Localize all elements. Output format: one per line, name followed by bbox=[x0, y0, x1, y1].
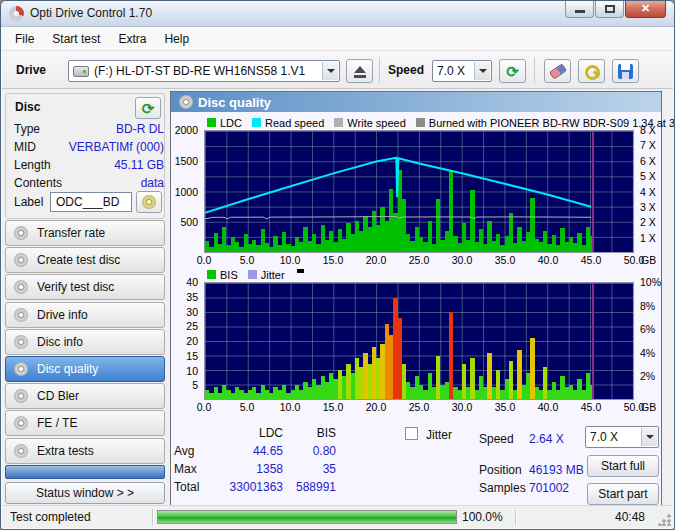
test-speed-arrow[interactable] bbox=[641, 428, 657, 446]
close-button[interactable]: ✕ bbox=[625, 1, 666, 18]
disc-length-value: 45.11 GB bbox=[114, 158, 164, 172]
jitter-checkbox[interactable] bbox=[405, 427, 418, 440]
status-bar: Test completed 100.0% 40:48 bbox=[2, 505, 673, 528]
disc-label-label: Label bbox=[14, 195, 43, 209]
sidebar-item-disc-quality[interactable]: Disc quality bbox=[5, 356, 165, 382]
x-tick-label: 30.0 bbox=[452, 254, 472, 266]
title-bar[interactable]: Opti Drive Control 1.70 ✕ bbox=[1, 1, 674, 27]
maximize-button[interactable] bbox=[595, 1, 624, 18]
test-speed-select[interactable]: 7.0 X bbox=[585, 426, 659, 448]
sidebar-item-fe-te[interactable]: FE / TE bbox=[5, 410, 165, 436]
bis-jitter-chart: BISJitter 403530252015105 10%8%6%4%2% 0.… bbox=[171, 268, 661, 413]
sidebar-collapsed-strip[interactable] bbox=[5, 465, 165, 479]
status-window-button[interactable]: Status window > > bbox=[5, 482, 165, 504]
y-tick-label: 15 bbox=[186, 350, 198, 362]
menu-extra[interactable]: Extra bbox=[109, 28, 155, 50]
chart1-plot bbox=[204, 130, 634, 253]
y-tick-label: 4 X bbox=[640, 186, 656, 198]
legend-item: Burned with PIONEER BD-RW BDR-S09 1.34 a… bbox=[416, 117, 675, 129]
total-ldc-value: 33001363 bbox=[213, 480, 283, 494]
minimize-button[interactable] bbox=[565, 1, 594, 18]
drive-select[interactable]: (F:) HL-DT-ST BD-RE WH16NS58 1.V1 bbox=[68, 60, 340, 82]
y-tick-label: 2 X bbox=[640, 216, 656, 228]
save-button[interactable] bbox=[612, 59, 639, 83]
speed-select[interactable]: 7.0 X bbox=[432, 60, 492, 82]
disc-refresh-button[interactable]: ⟳ bbox=[135, 97, 161, 119]
window-title: Opti Drive Control 1.70 bbox=[30, 6, 152, 20]
y-tick-label: 4% bbox=[640, 347, 655, 359]
chart1-legend: LDCRead speedWrite speedBurned with PION… bbox=[207, 116, 675, 129]
legend-swatch bbox=[207, 118, 216, 127]
disc-quality-icon bbox=[179, 95, 193, 109]
ldc-column-header: LDC bbox=[213, 426, 283, 440]
y-tick-label: 6 X bbox=[640, 155, 656, 167]
save-icon bbox=[618, 64, 633, 79]
legend-item: Write speed bbox=[334, 117, 406, 129]
jitter-checkbox-label: Jitter bbox=[426, 428, 452, 442]
elapsed-time: 40:48 bbox=[615, 510, 645, 524]
x-tick-label: 45.0 bbox=[581, 254, 601, 266]
x-tick-label: 10.0 bbox=[280, 401, 300, 413]
max-row-label: Max bbox=[174, 462, 197, 476]
sidebar-item-verify-test-disc[interactable]: Verify test disc bbox=[5, 274, 165, 300]
start-part-button[interactable]: Start part bbox=[587, 483, 659, 505]
max-ldc-value: 1358 bbox=[213, 462, 283, 476]
disc-panel: Disc ⟳ Type BD-R DL MID VERBATIMf (000) … bbox=[5, 93, 165, 219]
sidebar-item-label: CD Bler bbox=[37, 389, 79, 403]
legend-item: BIS bbox=[207, 269, 238, 281]
sidebar-item-cd-bler[interactable]: CD Bler bbox=[5, 383, 165, 409]
sidebar-item-drive-info[interactable]: Drive info bbox=[5, 302, 165, 328]
chart2-plot bbox=[204, 282, 634, 400]
speed-select-arrow[interactable] bbox=[474, 62, 490, 80]
chart1-right-axis: 8 X7 X6 X5 X4 X3 X2 X1 X bbox=[637, 130, 661, 253]
x-axis-unit: GB bbox=[641, 401, 656, 413]
start-full-button[interactable]: Start full bbox=[587, 455, 659, 477]
sidebar-item-transfer-rate[interactable]: Transfer rate bbox=[5, 220, 165, 246]
resize-grip[interactable] bbox=[658, 513, 671, 526]
menu-help[interactable]: Help bbox=[155, 28, 198, 50]
legend-swatch bbox=[252, 118, 261, 127]
disc-label-button[interactable] bbox=[136, 191, 162, 213]
menu-file[interactable]: File bbox=[6, 28, 43, 50]
sidebar-item-label: Verify test disc bbox=[37, 280, 114, 294]
y-tick-label: 35 bbox=[186, 291, 198, 303]
y-tick-label: 500 bbox=[180, 216, 198, 228]
y-tick-label: 10 bbox=[186, 365, 198, 377]
avg-bis-value: 0.80 bbox=[276, 444, 336, 458]
position-value: 46193 MB bbox=[529, 463, 584, 477]
disc-label-input[interactable]: ODC___BD bbox=[50, 192, 132, 212]
menu-start-test[interactable]: Start test bbox=[43, 28, 109, 50]
x-tick-label: 5.0 bbox=[240, 401, 255, 413]
erase-disc-button[interactable] bbox=[544, 59, 571, 83]
sidebar-item-disc-info[interactable]: Disc info bbox=[5, 329, 165, 355]
legend-swatch bbox=[334, 118, 343, 127]
disc-length-row: Length 45.11 GB bbox=[14, 158, 164, 174]
drive-icon bbox=[73, 66, 89, 77]
cd-icon bbox=[142, 195, 156, 209]
sidebar-item-extra-tests[interactable]: Extra tests bbox=[5, 438, 165, 464]
x-tick-label: 40.0 bbox=[538, 401, 558, 413]
chart2-end-marker bbox=[592, 283, 594, 399]
drive-select-arrow[interactable] bbox=[322, 62, 338, 80]
eject-button[interactable] bbox=[346, 59, 373, 83]
y-tick-label: 8% bbox=[640, 300, 655, 312]
license-button[interactable] bbox=[578, 59, 605, 83]
refresh-button[interactable]: ⟳ bbox=[499, 59, 526, 83]
y-tick-label: 10% bbox=[640, 276, 661, 288]
bis-column-header: BIS bbox=[276, 426, 336, 440]
sidebar-item-create-test-disc[interactable]: Create test disc bbox=[5, 247, 165, 273]
cd-icon bbox=[14, 444, 28, 458]
x-tick-label: 40.0 bbox=[538, 254, 558, 266]
panel-title: Disc quality bbox=[198, 95, 271, 110]
sidebar-item-label: Drive info bbox=[37, 308, 88, 322]
y-tick-label: 1500 bbox=[175, 155, 198, 167]
disc-quality-panel: Disc quality LDCRead speedWrite speedBur… bbox=[170, 91, 662, 506]
x-tick-label: 15.0 bbox=[323, 401, 343, 413]
x-tick-label: 35.0 bbox=[495, 254, 515, 266]
status-window-label: Status window > > bbox=[36, 486, 134, 500]
cd-icon bbox=[14, 308, 28, 322]
disc-type-label: Type bbox=[14, 122, 40, 136]
sidebar-item-label: FE / TE bbox=[37, 416, 77, 430]
legend-marker bbox=[297, 269, 304, 273]
disc-mid-label: MID bbox=[14, 140, 36, 154]
